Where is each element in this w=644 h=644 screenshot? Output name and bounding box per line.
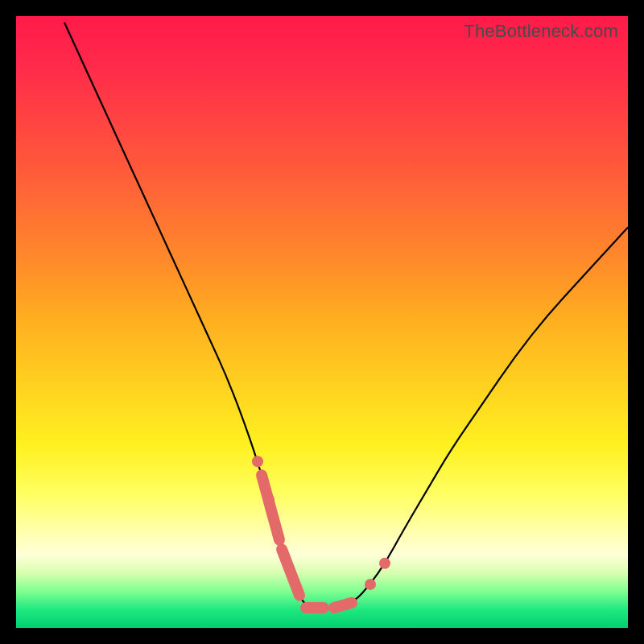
watermark-text: TheBottleneck.com xyxy=(464,21,618,42)
chart-frame: TheBottleneck.com xyxy=(16,16,628,628)
chart-gradient-background xyxy=(16,16,628,628)
